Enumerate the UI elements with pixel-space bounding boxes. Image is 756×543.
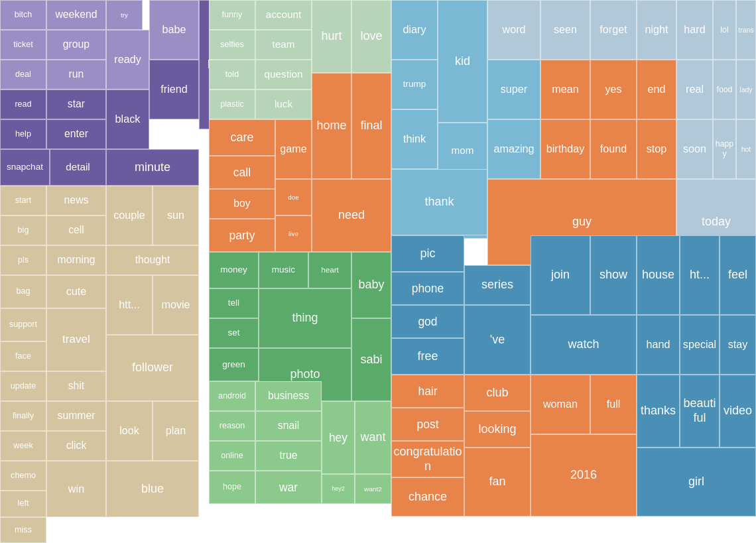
treemap-cell-run: run: [46, 60, 106, 90]
treemap-cell-read: read: [0, 90, 46, 119]
treemap-cell-full: full: [590, 375, 637, 434]
treemap-cell-set: set: [209, 318, 259, 348]
treemap-cell-club: club: [464, 375, 531, 411]
treemap-cell-left: left: [0, 491, 46, 517]
treemap-cell-hot: hot: [736, 119, 756, 179]
treemap-cell-house: house: [637, 235, 680, 315]
treemap-cell-follower: follower: [106, 335, 199, 401]
treemap-cell-birthday: birthday: [540, 119, 590, 179]
treemap-cell-chemo: chemo: [0, 461, 46, 491]
treemap: bitchweekendtryticketgroupreadybabedealr…: [0, 0, 756, 543]
treemap-cell-look: look: [106, 401, 153, 461]
treemap-cell-congratulation: congratulation: [391, 441, 464, 477]
treemap-cell-forget: forget: [590, 0, 637, 60]
treemap-cell-trump: trump: [391, 60, 438, 109]
treemap-cell-couple: couple: [106, 186, 153, 245]
treemap-cell-beautiful: beautiful: [680, 375, 720, 448]
treemap-cell-support: support: [0, 308, 46, 341]
treemap-cell-mean: mean: [540, 60, 590, 119]
treemap-cell-click: click: [46, 431, 106, 461]
treemap-cell-star: star: [46, 90, 106, 119]
treemap-cell-ready: ready: [106, 30, 149, 90]
treemap-cell-found: found: [590, 119, 637, 179]
treemap-cell-blue: blue: [106, 461, 199, 517]
treemap-cell-snail: snail: [255, 411, 322, 441]
treemap-cell-told: told: [209, 60, 255, 90]
treemap-cell-'ve: 've: [464, 305, 531, 375]
treemap-cell-minute: minute: [106, 149, 199, 186]
treemap-cell-week: week: [0, 431, 46, 461]
treemap-cell-call: call: [209, 156, 275, 189]
treemap-cell-happy: happy: [713, 119, 736, 179]
treemap-cell-join: join: [531, 235, 590, 315]
treemap-cell-detail: detail: [50, 149, 106, 186]
treemap-cell-woman: woman: [531, 375, 590, 434]
treemap-cell-hurt: hurt: [312, 0, 351, 73]
treemap-cell-party: party: [209, 219, 275, 252]
treemap-cell-travel: travel: [46, 308, 106, 371]
treemap-cell-looking: looking: [464, 411, 531, 448]
treemap-cell-friend: friend: [149, 60, 199, 119]
treemap-cell-pls: pls: [0, 245, 46, 275]
treemap-cell-shit: shit: [46, 371, 106, 401]
treemap-cell-war: war: [255, 471, 322, 504]
treemap-cell-doe: doe: [275, 179, 312, 215]
treemap-cell-2016: 2016: [531, 434, 637, 516]
treemap-cell-final: final: [351, 73, 391, 179]
treemap-cell-god: god: [391, 305, 464, 338]
treemap-cell-ticket: ticket: [0, 30, 46, 60]
treemap-cell-yes: yes: [590, 60, 637, 119]
treemap-cell-bag: bag: [0, 275, 46, 308]
treemap-cell-heart: heart: [308, 252, 351, 288]
treemap-cell-try: try: [106, 0, 143, 30]
treemap-cell-game: game: [275, 119, 312, 179]
treemap-cell-weekend: weekend: [46, 0, 106, 30]
treemap-cell-fan: fan: [464, 448, 531, 516]
treemap-cell-chance: chance: [391, 477, 464, 516]
treemap-cell-htt...: htt...: [106, 275, 153, 335]
treemap-cell-morning: morning: [46, 245, 106, 275]
treemap-cell-account: account: [255, 0, 312, 30]
treemap-cell-news: news: [46, 186, 106, 215]
treemap-cell-snapchat: snapchat: [0, 149, 50, 186]
treemap-cell-post: post: [391, 408, 464, 441]
treemap-cell-want: want: [355, 401, 391, 474]
treemap-cell-thanks: thanks: [637, 375, 680, 448]
treemap-cell-true: true: [255, 441, 322, 471]
treemap-cell-video: video: [720, 375, 756, 448]
treemap-cell-hey2: hey2: [322, 474, 355, 504]
treemap-cell-sun: sun: [153, 186, 199, 245]
treemap-cell-team: team: [255, 30, 312, 60]
treemap-cell-miss: miss: [0, 517, 46, 543]
treemap-cell-online: online: [209, 441, 255, 471]
treemap-cell-stop: stop: [637, 119, 676, 179]
treemap-cell-lol: lol: [713, 0, 736, 60]
treemap-cell-green: green: [209, 348, 259, 381]
treemap-cell-stay: stay: [720, 315, 756, 375]
treemap-cell-food: food: [713, 60, 736, 119]
treemap-cell-super: super: [487, 60, 540, 119]
treemap-cell-music: music: [259, 252, 308, 288]
treemap-cell-show: show: [590, 235, 637, 315]
treemap-cell-babe: babe: [149, 0, 199, 60]
treemap-cell-care: care: [209, 119, 275, 156]
treemap-cell-love: love: [351, 0, 391, 73]
treemap-cell-girl: girl: [637, 448, 756, 516]
treemap-cell-tell: tell: [209, 288, 259, 318]
treemap-cell-movie: movie: [153, 275, 199, 335]
treemap-cell-thank: thank: [391, 169, 487, 235]
treemap-cell-face: face: [0, 341, 46, 371]
treemap-cell-win: win: [46, 461, 106, 517]
treemap-cell-kid: kid: [438, 0, 487, 123]
treemap-cell-free: free: [391, 338, 464, 375]
treemap-cell-help: help: [0, 119, 46, 149]
treemap-cell-cell: cell: [46, 215, 106, 245]
treemap-cell-lady: lady: [736, 60, 756, 119]
treemap-cell-summer: summer: [46, 401, 106, 431]
treemap-cell-trans: trans: [736, 0, 756, 60]
treemap-cell-selfies: selfies: [209, 30, 255, 60]
treemap-cell-plan: plan: [153, 401, 199, 461]
treemap-cell-group: group: [46, 30, 106, 60]
treemap-cell-soon: soon: [676, 119, 713, 179]
treemap-cell-pic: pic: [391, 235, 464, 272]
